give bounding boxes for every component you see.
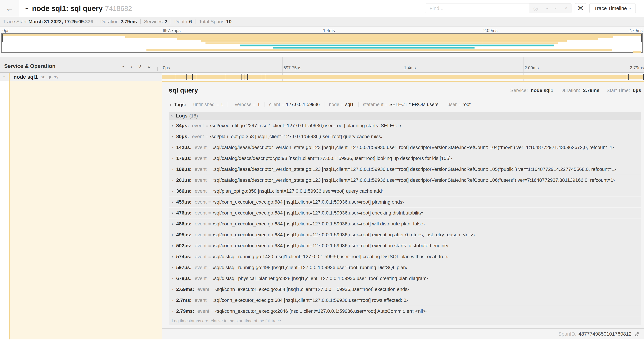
log-entry-row[interactable]: ›34μs:event=‹sql/exec_util.go:2297 [nsql…: [169, 120, 641, 131]
log-entry-row[interactable]: ›2.69ms:event=‹sql/conn_executor_exec.go…: [169, 284, 641, 295]
view-selector-button[interactable]: Trace Timeline ›: [590, 3, 636, 13]
log-entry-row[interactable]: ›366μs:event=‹sql/plan_opt.go:358 [nsql1…: [169, 186, 641, 197]
minimap-span-bar: [146, 49, 612, 51]
log-entry-row[interactable]: ›502μs:event=‹sql/conn_executor_exec.go:…: [169, 240, 641, 251]
log-entry-row[interactable]: ›495μs:event=‹sql/conn_executor_exec.go:…: [169, 229, 641, 240]
minimap-gridline: [322, 34, 322, 52]
tag-item[interactable]: _unfinished=1: [190, 102, 223, 107]
log-chevron-right-icon[interactable]: ›: [172, 243, 173, 248]
log-chevron-right-icon[interactable]: ›: [172, 167, 173, 172]
prev-match-chevron-up-icon[interactable]: ›: [544, 8, 550, 9]
log-chevron-right-icon[interactable]: ›: [172, 298, 173, 303]
log-chevron-right-icon[interactable]: ›: [172, 156, 173, 161]
tag-separator: [443, 102, 443, 107]
tags-row[interactable]: › Tags: _unfinished=1_verbose=1client=12…: [169, 98, 641, 111]
log-entry-row[interactable]: ›142μs:event=‹sql/catalog/lease/descript…: [169, 142, 641, 153]
keyboard-shortcuts-button[interactable]: ⌘: [574, 3, 586, 13]
find-input[interactable]: [425, 4, 529, 13]
log-chevron-right-icon[interactable]: ›: [172, 178, 173, 183]
logs-header[interactable]: › Logs (18): [169, 112, 641, 120]
log-field-value: ‹sql/conn_executor_exec.go:684 [nsql1,cl…: [212, 199, 404, 205]
back-arrow-icon: ←: [6, 4, 14, 13]
ruler-tick-label: 2.09ms: [482, 28, 498, 33]
log-timestamp: 80μs:: [176, 134, 189, 139]
tag-separator: [358, 102, 358, 107]
log-entry-row[interactable]: ›176μs:event=‹sql/catalog/descs/descript…: [169, 153, 641, 164]
log-field-key: event: [195, 199, 207, 205]
meta-value: 6: [189, 19, 192, 25]
ruler-tick-label: 2.79ms: [628, 28, 642, 33]
log-field-value: ‹sql/catalog/lease/descriptor_version_st…: [212, 167, 616, 172]
log-chevron-right-icon[interactable]: ›: [172, 189, 173, 194]
minimap-left-scrubber-handle[interactable]: [2, 34, 3, 42]
tag-item[interactable]: client=127.0.0.1:59936: [269, 102, 320, 107]
duration-stat: Duration: 2.79ms: [560, 88, 599, 93]
log-chevron-right-icon[interactable]: ›: [172, 265, 173, 270]
column-resizer-grip[interactable]: [157, 67, 159, 71]
log-timestamp: 502μs:: [176, 243, 192, 248]
equals-sign: =: [341, 102, 344, 107]
logs-chevron-down-icon[interactable]: ›: [170, 115, 175, 117]
tag-item[interactable]: statement=SELECT * FROM users: [363, 102, 438, 107]
span-detail-left-accent: [0, 81, 162, 339]
log-entry-row[interactable]: ›2.79ms:event=‹sql/conn_executor_exec.go…: [169, 306, 641, 317]
log-entry-row[interactable]: ›678μs:event=‹sql/distsql_physical_plann…: [169, 273, 641, 284]
log-entry-row[interactable]: ›574μs:event=‹sql/distsql_running.go:142…: [169, 251, 641, 262]
tag-item[interactable]: node=sql1: [329, 102, 354, 107]
equals-sign: =: [208, 232, 211, 237]
collapse-one-chevron-down-icon[interactable]: ›: [121, 66, 126, 67]
next-match-chevron-down-icon[interactable]: ›: [553, 8, 559, 9]
clear-search-close-icon[interactable]: ×: [564, 5, 568, 11]
log-entry-row[interactable]: ›189μs:event=‹sql/catalog/lease/descript…: [169, 164, 641, 175]
tags-chevron-right-icon[interactable]: ›: [170, 102, 171, 107]
collapse-all-double-chevron-down-icon[interactable]: »: [137, 65, 143, 68]
tag-item[interactable]: _verbose=1: [232, 102, 260, 107]
log-entry-row[interactable]: ›459μs:event=‹sql/conn_executor_exec.go:…: [169, 197, 641, 208]
log-chevron-right-icon[interactable]: ›: [172, 134, 173, 139]
equals-sign: =: [208, 221, 211, 226]
log-chevron-right-icon[interactable]: ›: [172, 287, 173, 292]
tag-key: user: [448, 102, 457, 107]
log-tick-mark: [265, 74, 266, 80]
minimap-canvas[interactable]: [2, 33, 642, 53]
log-chevron-right-icon[interactable]: ›: [172, 123, 173, 128]
log-timestamp: 495μs:: [176, 232, 192, 238]
log-entry-row[interactable]: ›201μs:event=‹sql/catalog/lease/descript…: [169, 175, 641, 186]
log-entry-row[interactable]: ›486μs:event=‹sql/conn_executor_exec.go:…: [169, 218, 641, 229]
ruler-tick-label: 0μs: [2, 28, 10, 33]
expand-one-chevron-right-icon[interactable]: ›: [131, 63, 132, 69]
collapse-title-chevron-icon[interactable]: ›: [23, 7, 31, 10]
tag-key: client: [269, 102, 280, 107]
span-collapse-chevron-icon[interactable]: ›: [2, 76, 7, 78]
log-tick-mark: [248, 74, 249, 80]
equals-sign: =: [208, 200, 211, 205]
log-chevron-right-icon[interactable]: ›: [172, 254, 173, 259]
back-button[interactable]: ←: [0, 0, 20, 17]
focus-match-icon[interactable]: ◎: [533, 5, 538, 12]
log-entry-row[interactable]: ›597μs:event=‹sql/distsql_running.go:498…: [169, 262, 641, 273]
equals-sign: =: [253, 102, 256, 107]
log-tick-mark: [246, 74, 246, 80]
log-timestamp: 597μs:: [176, 265, 192, 270]
span-duration-bar[interactable]: [162, 75, 644, 79]
link-icon[interactable]: [634, 331, 640, 337]
log-chevron-right-icon[interactable]: ›: [172, 309, 173, 314]
tag-key: _unfinished: [190, 102, 214, 107]
log-timestamp: 34μs:: [176, 123, 189, 128]
tag-value: 1: [258, 102, 260, 107]
log-chevron-right-icon[interactable]: ›: [172, 210, 173, 215]
log-chevron-right-icon[interactable]: ›: [172, 221, 173, 226]
log-chevron-right-icon[interactable]: ›: [172, 232, 173, 237]
expand-all-double-chevron-right-icon[interactable]: »: [148, 63, 150, 69]
span-tree-item[interactable]: › node sql1 sql query: [0, 73, 162, 81]
equals-sign: =: [211, 287, 214, 292]
log-entry-row[interactable]: ›476μs:event=‹sql/conn_executor_exec.go:…: [169, 208, 641, 218]
log-chevron-right-icon[interactable]: ›: [172, 276, 173, 281]
tag-item[interactable]: user=root: [448, 102, 470, 107]
log-entry-row[interactable]: ›80μs:event=‹sql/plan_opt.go:358 [nsql1,…: [169, 131, 641, 142]
log-chevron-right-icon[interactable]: ›: [172, 200, 173, 204]
minimap-right-scrubber-handle[interactable]: [641, 34, 642, 42]
log-entry-row[interactable]: ›2.7ms:event=‹sql/conn_executor_exec.go:…: [169, 295, 641, 306]
log-chevron-right-icon[interactable]: ›: [172, 145, 173, 150]
equals-sign: =: [206, 123, 208, 128]
